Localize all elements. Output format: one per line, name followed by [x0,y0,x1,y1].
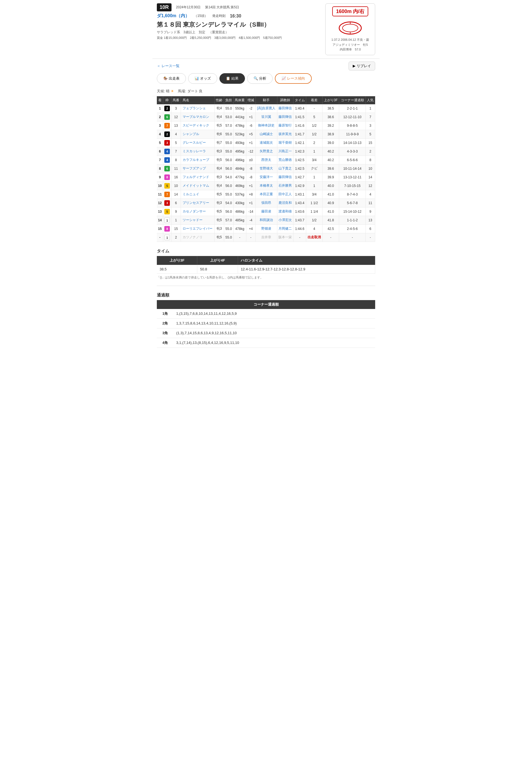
cell-last3f: 41.0 [322,207,339,216]
cell-time: 1:40.4 [294,104,306,113]
cell-trainer: 藤田輝信 [277,104,294,113]
corner-section-title: 通過順 [152,290,380,300]
col-time: タイム [294,96,306,104]
cell-last3f: 39.2 [322,121,339,130]
time-last4f: 50.8 [197,265,238,274]
cell-burden: 54.0 [224,173,233,181]
cell-last3f: 42.5 [322,224,339,233]
col-last3f-header: 上がり3F [157,256,197,265]
cell-num: 9 [171,207,181,216]
cell-jockey: 張田昂 [255,199,277,207]
cell-margin: 2 [306,138,322,147]
cell-margin: 1 1/4 [306,207,322,216]
cell-body: 430kg [233,199,246,207]
cell-num: 8 [171,156,181,164]
cell-num: 12 [171,113,181,121]
cell-change: -4 [246,216,255,224]
cell-pop: 13 [366,216,375,224]
cell-trainer: 藤原智行 [277,121,294,130]
cell-body: 441kg [233,113,246,121]
tab-analysis[interactable]: 🔍 分析 [247,73,273,84]
cell-margin: 1/2 [306,121,322,130]
cell-burden: 57.0 [224,121,233,130]
cell-last3f: 39.6 [322,164,339,173]
time-section: タイム 上がり3F 上がり4F ハロンタイム 38.5 50.8 12.4-11… [152,246,380,281]
cell-sex: 牝7 [215,138,224,147]
tab-results[interactable]: 📋 結果 [220,73,245,84]
cell-gate: 1 [163,233,171,242]
cell-sex: 牝4 [215,164,224,173]
cell-time: 1:42.5 [294,156,306,164]
cell-corners: - [339,233,366,242]
table-header-row: 着 枠 馬番 馬名 性齢 負担 馬体重 増減 騎手 調教師 タイム 着差 上がり… [157,96,375,104]
tab-entries[interactable]: 🏇 出走表 [157,73,186,84]
tab-trend[interactable]: 📈 レース傾向 [275,73,312,84]
table-row: 6 4 7 ミスカッレーラ 牝3 55.0 495kg -12 矢野貴之 川島正… [157,147,375,156]
cell-num: 14 [171,190,181,199]
cell-change: -12 [246,147,255,156]
gate-badge: 3 [164,200,170,206]
cell-gate: 1 [163,216,171,224]
cell-name: ローリエフレイバー [181,224,215,233]
cell-gate: 8 [163,224,171,233]
cell-margin: 5 [306,113,322,121]
cell-corners: 9-8-8-5 [339,121,366,130]
replay-button[interactable]: ▶ リプレイ [349,61,375,70]
cell-gate: 8 [163,173,171,181]
cell-sex: 牝3 [215,173,224,181]
cell-pos: 12 [157,199,163,207]
cell-body: 478kg [233,224,246,233]
cell-gate: 2 [163,104,171,113]
cell-gate: 5 [163,207,171,216]
cell-body: 550kg [233,104,246,113]
cell-name: ツーシャドー [181,216,215,224]
results-icon: 📋 [226,76,230,80]
cell-gate: 6 [163,164,171,173]
cell-sex: 牝5 [215,190,224,199]
cell-margin: 1/2 [306,130,322,138]
race-start-time: 16:30 [230,14,241,19]
cell-body: 495kg [233,147,246,156]
cell-time: 1:44.6 [294,224,306,233]
cell-num: 2 [171,233,181,242]
cell-pop: 14 [366,173,375,181]
col-num: 馬番 [171,96,181,104]
col-jockey: 騎手 [255,96,277,104]
cell-time: 1:43.6 [294,207,306,216]
cell-sex: 牝3 [215,147,224,156]
time-table: 上がり3F 上がり4F ハロンタイム 38.5 50.8 12.4-11.6-1… [157,256,375,274]
cell-name: スピーディキック [181,121,215,130]
gate-badge: 4 [164,149,170,154]
cell-gate: 3 [163,199,171,207]
cell-trainer: 荒山勝徳 [277,156,294,164]
cell-jockey: 西啓太 [255,156,277,164]
cell-body: 484kg [233,164,246,173]
race-title: 第１８回 東京シンデレラマイル（SⅢII） [157,21,282,29]
race-list-link[interactable]: ＜ レース一覧 [157,63,180,68]
cell-trainer: 堀千亜樹 [277,138,294,147]
cell-jockey: 野畑凌 [255,224,277,233]
gate-badge: 2 [164,132,170,137]
cell-name: フェルディナンド [181,173,215,181]
cell-jockey: 藤田凌 [255,207,277,216]
cell-margin: 3/4 [306,190,322,199]
gate-badge: 4 [164,157,170,163]
tab-odds[interactable]: 📊 オッズ [188,73,217,84]
cell-name: メイドイットマム [181,181,215,190]
cell-pop: 9 [366,207,375,216]
time-last3f: 38.5 [157,265,197,274]
race-horses: （15頭） [194,14,208,18]
cell-change: +8 [246,190,255,199]
cell-num: 7 [171,147,181,156]
cell-num: 6 [171,199,181,207]
col-trainer: 調教師 [277,96,294,104]
cell-trainer: 藤田輝信 [277,113,294,121]
race-date: 2024年12月30日 [176,5,201,10]
table-row: 12 3 6 プリンセスアリー 牝3 54.0 430kg +1 張田昂 鹿沼良… [157,199,375,207]
race-header: 10R 2024年12月30日 第14回 大井競馬 第5日 ダ1,600m（内）… [152,0,380,59]
col-last3f: 上がり3F [322,96,339,104]
cell-margin: 4 [306,224,322,233]
col-pos: 着 [157,96,163,104]
cell-gate: 4 [163,156,171,164]
cell-gate: 7 [163,121,171,130]
